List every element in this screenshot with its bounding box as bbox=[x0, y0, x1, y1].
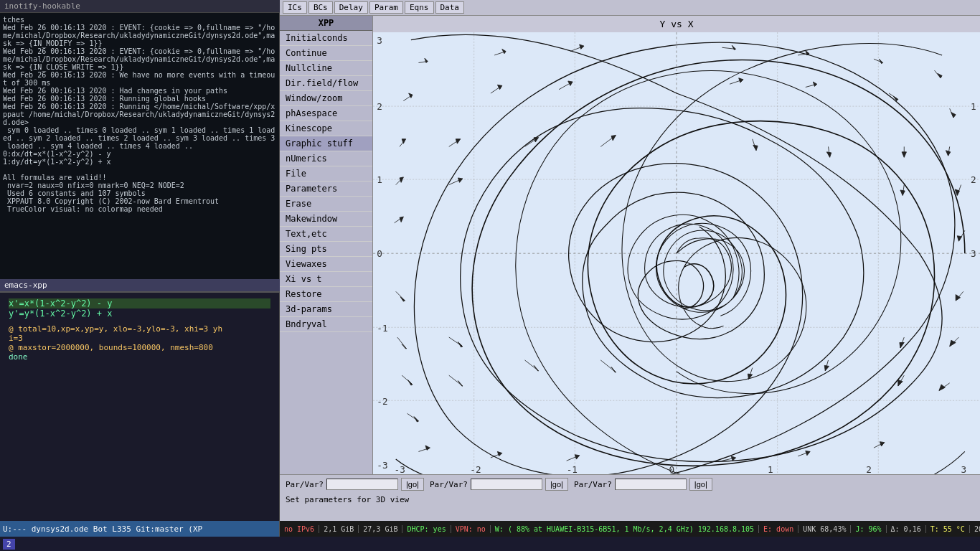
par-slider-3[interactable] bbox=[615, 479, 687, 490]
terminal-line: Wed Feb 26 00:16:13 2020 : Running globa… bbox=[3, 95, 276, 103]
done-line: done bbox=[9, 352, 270, 362]
par-go-2[interactable]: |go| bbox=[545, 478, 568, 491]
menu-kinescope[interactable]: Kinescope bbox=[280, 121, 372, 136]
temp-status: T: 55 °C bbox=[930, 525, 970, 533]
terminal-line: loaded .. sym 4 loaded .. times 4 loaded… bbox=[3, 142, 276, 150]
terminal-line: Wed Feb 26 00:16:13 2020 : Had changes i… bbox=[3, 87, 276, 95]
terminal-line: t of 300 ms bbox=[3, 79, 276, 87]
par-go-3[interactable]: |go| bbox=[689, 478, 712, 491]
terminal-line: nvar=2 naux=0 nfix=0 nmark=0 NEQ=2 NODE=… bbox=[3, 182, 276, 189]
svg-text:-2: -2 bbox=[470, 464, 481, 474]
menu-restore[interactable]: Restore bbox=[280, 287, 372, 302]
terminal-line: 1:dy/dt=y*(1-x^2-y^2) + x bbox=[3, 158, 276, 166]
formula-line-2: y'=y*(1-x^2-y^2) + x bbox=[9, 309, 270, 319]
plot-canvas: 3 2 1 3 2 1 0 -1 -2 -3 bbox=[373, 32, 980, 474]
terminal-line: me/michal/Dropbox/Research/ukladydynamic… bbox=[3, 55, 276, 63]
menu-parameters[interactable]: Parameters bbox=[280, 182, 372, 197]
toolbar-data[interactable]: Data bbox=[435, 1, 465, 14]
svg-text:2: 2 bbox=[377, 101, 382, 112]
svg-text:3: 3 bbox=[961, 464, 967, 474]
bottom-controls-bar: Par/Var? |go| Par/Var? |go| Par/Var? |go… bbox=[280, 474, 980, 521]
terminal-line: ppaut /home/michal/Dropbox/Research/ukla… bbox=[3, 110, 276, 118]
terminal-line: Wed Feb 26 00:16:13 2020 : Running </hom… bbox=[3, 103, 276, 110]
workspace-indicator[interactable]: 2 bbox=[3, 539, 15, 550]
toolbar-eqns[interactable]: Eqns bbox=[405, 1, 434, 14]
par-group-1: Par/Var? |go| bbox=[286, 478, 424, 491]
param-line-1: @ total=10,xp=x,yp=y, xlo=-3,ylo=-3, xhi… bbox=[9, 324, 270, 334]
terminal-line: tches bbox=[3, 16, 276, 24]
vpn-status: VPN: no bbox=[456, 525, 491, 533]
terminal-line bbox=[3, 166, 276, 174]
terminal-line: Used 6 constants and 107 symbols bbox=[3, 189, 276, 197]
toolbar-ics[interactable]: ICs bbox=[283, 1, 307, 14]
emacs-title-text: emacs-xpp bbox=[4, 281, 47, 290]
menu-dirfield[interactable]: Dir.field/flow bbox=[280, 76, 372, 91]
svg-text:-1: -1 bbox=[567, 464, 578, 474]
plot-svg: 3 2 1 3 2 1 0 -1 -2 -3 bbox=[373, 32, 980, 474]
par-group-3: Par/Var? |go| bbox=[574, 478, 712, 491]
svg-text:1: 1 bbox=[971, 101, 976, 112]
svg-text:0: 0 bbox=[377, 248, 382, 259]
emacs-title-bar: emacs-xpp bbox=[0, 279, 280, 291]
toolbar-param[interactable]: Param bbox=[369, 1, 403, 14]
svg-text:1: 1 bbox=[377, 174, 382, 185]
terminal-line: All formulas are valid!! bbox=[3, 174, 276, 182]
terminal-line: d.ode> bbox=[3, 118, 276, 126]
svg-text:3: 3 bbox=[971, 248, 976, 259]
terminal-line: Wed Feb 26 00:16:13 2020 : EVENT: {cooki… bbox=[3, 24, 276, 32]
par-slider-1[interactable] bbox=[326, 479, 398, 490]
menu-viewaxes[interactable]: Viewaxes bbox=[280, 257, 372, 272]
menu-xivst[interactable]: Xi vs t bbox=[280, 272, 372, 287]
svg-text:-1: -1 bbox=[377, 323, 387, 334]
terminal-line: sk => {IN_CLOSE_WRITE => 1}} bbox=[3, 63, 276, 71]
emacs-editor[interactable]: x'=x*(1-x^2-y^2) - y y'=y*(1-x^2-y^2) + … bbox=[0, 291, 280, 521]
terminal-title: inotify-hookable bbox=[0, 0, 280, 13]
menu-graphicstuff[interactable]: Graphic stuff bbox=[280, 136, 372, 151]
menu-singpts[interactable]: Sing pts bbox=[280, 242, 372, 257]
menu-nullcline[interactable]: Nullcline bbox=[280, 61, 372, 76]
svg-text:-2: -2 bbox=[377, 396, 387, 407]
dhcp-status: DHCP: yes bbox=[407, 525, 451, 533]
terminal-line: sym 0 loaded .. times 0 loaded .. sym 1 … bbox=[3, 126, 276, 134]
menu-textetc[interactable]: Text,etc bbox=[280, 227, 372, 242]
svg-text:-3: -3 bbox=[395, 464, 405, 474]
toolbar-bcs[interactable]: BCs bbox=[308, 1, 333, 14]
toolbar-delay[interactable]: Delay bbox=[334, 1, 368, 14]
param-line-3: @ maxstor=2000000, bounds=100000, nmesh=… bbox=[9, 343, 270, 352]
unk-status: UNK 68,43% bbox=[803, 525, 851, 533]
par-go-1[interactable]: |go| bbox=[401, 478, 424, 491]
terminal-line: Wed Feb 26 00:16:13 2020 : We have no mo… bbox=[3, 71, 276, 79]
xpp-status-text: Set parameters for 3D view bbox=[280, 494, 980, 506]
xpp-menu: XPP Initialconds Continue Nullcline Dir.… bbox=[280, 16, 373, 474]
menu-erase[interactable]: Erase bbox=[280, 197, 372, 212]
menu-bndryval[interactable]: Bndryval bbox=[280, 317, 372, 332]
ethernet-status: E: down bbox=[763, 525, 798, 533]
datetime-status: 2020-02-26 00:25:40 bbox=[974, 525, 980, 533]
menu-initialconds[interactable]: Initialconds bbox=[280, 31, 372, 46]
par-controls: Par/Var? |go| Par/Var? |go| Par/Var? |go… bbox=[280, 475, 980, 494]
menu-makewindow[interactable]: Makewindow bbox=[280, 212, 372, 227]
param-line-2: i=3 bbox=[9, 334, 270, 343]
terminal-line: TrueColor visual: no colormap needed bbox=[3, 205, 276, 213]
plot-title: Y vs X bbox=[373, 16, 980, 32]
par-label-3: Par/Var? bbox=[574, 480, 612, 489]
par-label-1: Par/Var? bbox=[286, 480, 324, 489]
formula-line-1: x'=x*(1-x^2-y^2) - y bbox=[9, 298, 270, 309]
par-slider-2[interactable] bbox=[471, 479, 542, 490]
emacs-mode-line-text: U:--- dynsys2d.ode Bot L335 Git:master (… bbox=[3, 524, 202, 534]
menu-file[interactable]: File bbox=[280, 166, 372, 182]
par-label-2: Par/Var? bbox=[430, 480, 468, 489]
emacs-mode-line: U:--- dynsys2d.ode Bot L335 Git:master (… bbox=[0, 521, 280, 537]
terminal-line: XPPAUT 8.0 Copyright (C) 2002-now Bard E… bbox=[3, 197, 276, 205]
disk-status: 27,3 GiB bbox=[363, 525, 402, 533]
menu-phasespace[interactable]: phAsespace bbox=[280, 106, 372, 121]
menu-windowzoom[interactable]: Window/zoom bbox=[280, 91, 372, 106]
menu-numerics[interactable]: nUmerics bbox=[280, 151, 372, 166]
svg-text:1: 1 bbox=[768, 464, 773, 474]
terminal-line: 0:dx/dt=x*(1-x^2-y^2) - y bbox=[3, 150, 276, 158]
menu-continue[interactable]: Continue bbox=[280, 46, 372, 61]
menu-3dparams[interactable]: 3d-params bbox=[280, 302, 372, 317]
terminal-line: ed .. sym 2 loaded .. times 2 loaded .. … bbox=[3, 134, 276, 142]
svg-text:3: 3 bbox=[377, 35, 382, 46]
svg-text:2: 2 bbox=[866, 464, 872, 474]
